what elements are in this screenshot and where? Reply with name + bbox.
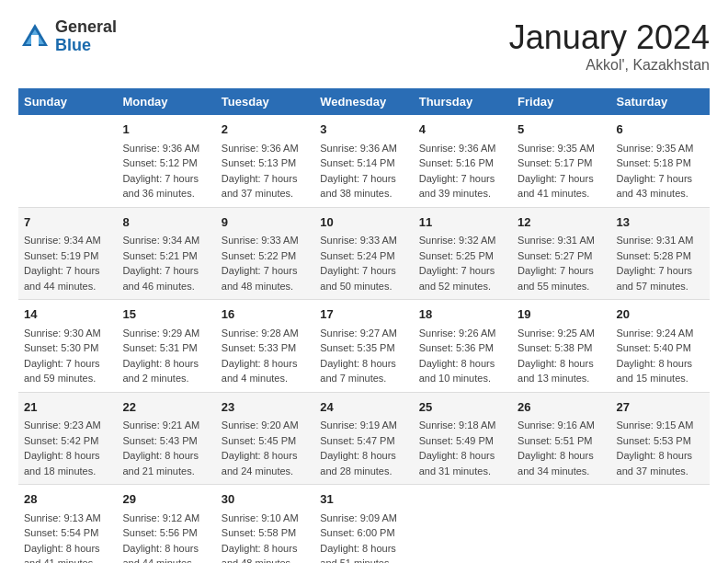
day-cell: 31Sunrise: 9:09 AMSunset: 6:00 PMDayligh… xyxy=(314,485,413,564)
page-header: General Blue January 2024 Akkol', Kazakh… xyxy=(18,18,710,74)
day-cell xyxy=(512,485,610,564)
day-number: 14 xyxy=(24,305,111,324)
day-cell: 13Sunrise: 9:31 AMSunset: 5:28 PMDayligh… xyxy=(611,207,710,300)
sunset-info: Sunset: 6:00 PM xyxy=(320,527,394,538)
day-number: 8 xyxy=(122,213,210,232)
day-number: 31 xyxy=(320,490,407,509)
sunrise-info: Sunrise: 9:35 AM xyxy=(518,143,595,154)
daylight-info: Daylight: 8 hours and 13 minutes. xyxy=(518,358,594,385)
day-cell: 24Sunrise: 9:19 AMSunset: 5:47 PMDayligh… xyxy=(314,392,413,485)
daylight-info: Daylight: 8 hours and 34 minutes. xyxy=(518,450,594,477)
sunrise-info: Sunrise: 9:13 AM xyxy=(24,512,101,523)
day-number: 19 xyxy=(518,305,605,324)
daylight-info: Daylight: 7 hours and 37 minutes. xyxy=(222,173,298,200)
daylight-info: Daylight: 8 hours and 28 minutes. xyxy=(320,450,396,477)
day-cell xyxy=(611,485,710,564)
day-number: 13 xyxy=(617,213,704,232)
day-number: 29 xyxy=(122,490,210,509)
sunset-info: Sunset: 5:45 PM xyxy=(222,435,296,446)
week-row-4: 28Sunrise: 9:13 AMSunset: 5:54 PMDayligh… xyxy=(18,485,710,564)
daylight-info: Daylight: 8 hours and 48 minutes. xyxy=(222,543,298,564)
sunset-info: Sunset: 5:33 PM xyxy=(222,342,296,353)
day-cell: 6Sunrise: 9:35 AMSunset: 5:18 PMDaylight… xyxy=(611,115,710,207)
daylight-info: Daylight: 7 hours and 57 minutes. xyxy=(617,265,693,292)
daylight-info: Daylight: 8 hours and 7 minutes. xyxy=(320,358,396,385)
sunrise-info: Sunrise: 9:28 AM xyxy=(222,327,299,339)
day-cell: 15Sunrise: 9:29 AMSunset: 5:31 PMDayligh… xyxy=(117,300,215,393)
header-thursday: Thursday xyxy=(414,88,512,115)
sunset-info: Sunset: 5:24 PM xyxy=(320,250,394,261)
sunrise-info: Sunrise: 9:36 AM xyxy=(222,143,299,154)
sunrise-info: Sunrise: 9:36 AM xyxy=(122,143,199,154)
sunset-info: Sunset: 5:22 PM xyxy=(222,250,296,261)
sunrise-info: Sunrise: 9:36 AM xyxy=(320,143,397,154)
sunset-info: Sunset: 5:14 PM xyxy=(320,157,394,168)
daylight-info: Daylight: 7 hours and 38 minutes. xyxy=(320,173,396,200)
day-number: 23 xyxy=(222,398,309,417)
day-cell: 22Sunrise: 9:21 AMSunset: 5:43 PMDayligh… xyxy=(117,392,215,485)
day-cell: 4Sunrise: 9:36 AMSunset: 5:16 PMDaylight… xyxy=(414,115,512,207)
day-cell: 23Sunrise: 9:20 AMSunset: 5:45 PMDayligh… xyxy=(216,392,314,485)
sunrise-info: Sunrise: 9:34 AM xyxy=(122,235,199,246)
day-number: 22 xyxy=(122,398,210,417)
day-cell: 26Sunrise: 9:16 AMSunset: 5:51 PMDayligh… xyxy=(512,392,610,485)
sunset-info: Sunset: 5:40 PM xyxy=(617,342,691,353)
day-cell: 19Sunrise: 9:25 AMSunset: 5:38 PMDayligh… xyxy=(512,300,610,393)
daylight-info: Daylight: 7 hours and 59 minutes. xyxy=(24,358,100,385)
daylight-info: Daylight: 8 hours and 4 minutes. xyxy=(222,358,298,385)
sunset-info: Sunset: 5:16 PM xyxy=(419,157,494,168)
day-number: 16 xyxy=(222,305,309,324)
daylight-info: Daylight: 8 hours and 24 minutes. xyxy=(222,450,298,477)
header-saturday: Saturday xyxy=(611,88,710,115)
daylight-info: Daylight: 7 hours and 46 minutes. xyxy=(122,265,199,292)
sunset-info: Sunset: 5:54 PM xyxy=(24,527,98,538)
sunset-info: Sunset: 5:35 PM xyxy=(320,342,394,353)
day-number: 28 xyxy=(24,490,111,509)
sunset-info: Sunset: 5:28 PM xyxy=(617,250,691,261)
day-cell: 1Sunrise: 9:36 AMSunset: 5:12 PMDaylight… xyxy=(117,115,215,207)
sunset-info: Sunset: 5:31 PM xyxy=(122,342,197,353)
day-cell: 30Sunrise: 9:10 AMSunset: 5:58 PMDayligh… xyxy=(216,485,314,564)
daylight-info: Daylight: 8 hours and 44 minutes. xyxy=(122,543,199,564)
sunset-info: Sunset: 5:36 PM xyxy=(419,342,494,353)
day-cell: 12Sunrise: 9:31 AMSunset: 5:27 PMDayligh… xyxy=(512,207,610,300)
daylight-info: Daylight: 7 hours and 41 minutes. xyxy=(518,173,594,200)
day-cell: 5Sunrise: 9:35 AMSunset: 5:17 PMDaylight… xyxy=(512,115,610,207)
daylight-info: Daylight: 7 hours and 52 minutes. xyxy=(419,265,495,292)
sunrise-info: Sunrise: 9:33 AM xyxy=(320,235,397,246)
logo: General Blue xyxy=(18,18,117,55)
header-tuesday: Tuesday xyxy=(216,88,314,115)
day-cell: 14Sunrise: 9:30 AMSunset: 5:30 PMDayligh… xyxy=(18,300,117,393)
day-cell: 11Sunrise: 9:32 AMSunset: 5:25 PMDayligh… xyxy=(414,207,512,300)
day-number: 15 xyxy=(122,305,210,324)
daylight-info: Daylight: 8 hours and 37 minutes. xyxy=(617,450,693,477)
header-monday: Monday xyxy=(117,88,215,115)
sunset-info: Sunset: 5:17 PM xyxy=(518,157,592,168)
day-cell: 2Sunrise: 9:36 AMSunset: 5:13 PMDaylight… xyxy=(216,115,314,207)
daylight-info: Daylight: 8 hours and 10 minutes. xyxy=(419,358,495,385)
sunset-info: Sunset: 5:18 PM xyxy=(617,157,691,168)
sunset-info: Sunset: 5:56 PM xyxy=(122,527,197,538)
day-number: 10 xyxy=(320,213,407,232)
header-row: Sunday Monday Tuesday Wednesday Thursday… xyxy=(18,88,710,115)
month-title: January 2024 xyxy=(509,18,710,57)
daylight-info: Daylight: 8 hours and 21 minutes. xyxy=(122,450,199,477)
day-cell: 7Sunrise: 9:34 AMSunset: 5:19 PMDaylight… xyxy=(18,207,117,300)
calendar-table: Sunday Monday Tuesday Wednesday Thursday… xyxy=(18,88,710,563)
sunrise-info: Sunrise: 9:25 AM xyxy=(518,327,595,339)
daylight-info: Daylight: 8 hours and 18 minutes. xyxy=(24,450,100,477)
day-number: 17 xyxy=(320,305,407,324)
daylight-info: Daylight: 7 hours and 44 minutes. xyxy=(24,265,100,292)
sunrise-info: Sunrise: 9:26 AM xyxy=(419,327,496,339)
sunset-info: Sunset: 5:51 PM xyxy=(518,435,592,446)
sunset-info: Sunset: 5:19 PM xyxy=(24,250,98,261)
sunrise-info: Sunrise: 9:23 AM xyxy=(24,419,101,431)
sunrise-info: Sunrise: 9:31 AM xyxy=(518,235,595,246)
svg-rect-2 xyxy=(31,35,39,46)
sunset-info: Sunset: 5:27 PM xyxy=(518,250,592,261)
sunrise-info: Sunrise: 9:24 AM xyxy=(617,327,694,339)
day-number: 18 xyxy=(419,305,506,324)
sunset-info: Sunset: 5:21 PM xyxy=(122,250,197,261)
sunrise-info: Sunrise: 9:15 AM xyxy=(617,419,694,431)
day-cell: 16Sunrise: 9:28 AMSunset: 5:33 PMDayligh… xyxy=(216,300,314,393)
